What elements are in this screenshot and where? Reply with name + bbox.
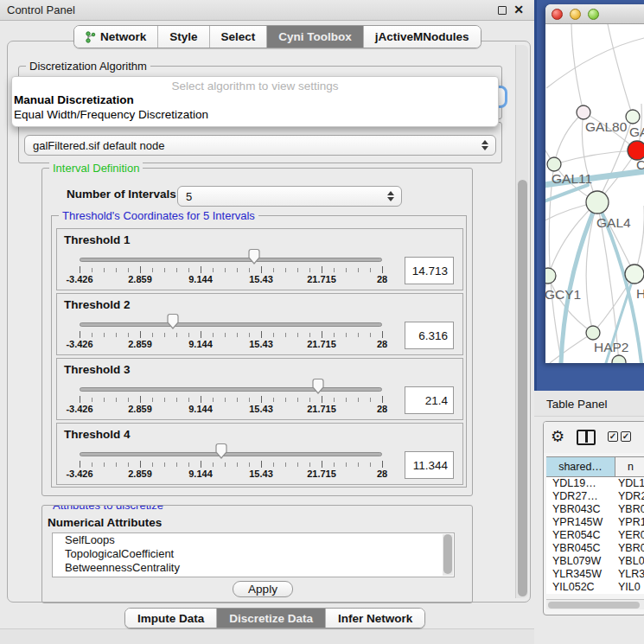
tick-mark [261,461,262,468]
tab-label: Network [100,30,146,43]
table-row[interactable]: YIL052CYIL0 [546,581,644,594]
table-row[interactable]: YER054CYER0 [546,529,644,542]
table-row[interactable]: YLR345WYLR3 [546,568,644,581]
table-row[interactable]: YDR27…YDR2 [546,490,644,503]
tab-jactivemnodules[interactable]: jActiveMNodules [364,26,481,48]
threshold-row: Threshold 1-3.4262.8599.14415.4321.71528 [56,228,463,290]
attribute-list-item[interactable]: TopologicalCoefficient [53,547,454,561]
table-row[interactable]: YBL079WYBL0 [546,555,644,568]
network-canvas[interactable]: GAL80GACGAL11GAL4GCY1HHAP2 [545,24,644,363]
tick-mark [225,268,226,272]
float-window-icon[interactable] [498,6,507,15]
table-row[interactable]: YPR145WYPR1 [546,516,644,529]
slider-thumb[interactable] [166,313,180,330]
network-node[interactable] [545,268,556,284]
tick-mark [334,268,335,272]
close-icon[interactable]: ✕ [513,3,524,16]
network-node[interactable] [586,326,600,340]
tick-mark [297,333,298,337]
network-node[interactable] [625,265,644,284]
tick-label: 21.715 [307,469,336,479]
apply-button[interactable]: Apply [233,581,293,597]
table-row[interactable]: YBR043CYBR0 [546,503,644,516]
table-cell: YPR1 [615,516,644,529]
attribute-list-item[interactable]: BetweennessCentrality [53,561,454,575]
tab-label: Select [221,30,256,43]
threshold-value-field[interactable] [405,386,454,414]
split-columns-icon[interactable] [577,430,596,445]
table-panel-window: ⚙ ✓ ✓ shared…n YDL19…YDL1YDR27…YDR2YBR04… [543,421,644,615]
threshold-slider[interactable]: -3.4262.8599.14415.4321.71528 [57,309,394,353]
zoom-traffic-light-icon[interactable] [588,9,599,20]
algorithm-option[interactable]: Manual Discretization [14,93,134,106]
network-node[interactable] [626,110,640,124]
slider-thumb[interactable] [214,443,228,460]
algorithm-dropdown-popup: Select algorithm to view settings Manual… [11,76,499,127]
right-region: GAL80GACGAL11GAL4GCY1HHAP2 Table Panel ⚙… [534,0,644,644]
network-node[interactable] [586,191,609,214]
table-cell: YBL0 [615,555,644,568]
minimize-traffic-light-icon[interactable] [570,9,581,20]
slider-track[interactable] [80,258,382,262]
tick-mark [382,396,383,403]
threshold-value-field[interactable] [405,451,454,479]
panel-title: Control Panel [7,3,75,16]
tick-mark [116,462,117,467]
tick-mark [237,462,238,467]
tick-mark [249,398,250,402]
checkbox-icon[interactable]: ✓ [621,431,631,442]
tick-label: 9.144 [188,274,213,284]
algorithm-option[interactable]: Equal Width/Frequency Discretization [14,108,208,121]
numerical-attributes-list[interactable]: SelfLoopsTopologicalCoefficientBetweenne… [52,532,455,577]
table-row[interactable]: YDL19…YDL1 [546,477,644,490]
slider-track[interactable] [80,452,382,456]
slider-track[interactable] [80,387,382,392]
tick-label: 28 [377,404,387,414]
tick-mark [225,333,226,337]
column-header[interactable]: n [615,457,644,476]
network-node[interactable] [547,157,561,171]
tick-mark [273,333,274,337]
attribute-list-item[interactable]: SelfLoops [53,533,454,547]
threshold-slider[interactable]: -3.4262.8599.14415.4321.71528 [57,439,394,482]
slider-thumb[interactable] [311,378,325,395]
tab-impute-data[interactable]: Impute Data [125,609,217,628]
tab-style[interactable]: Style [158,26,209,48]
tick-label: 15.43 [249,469,273,479]
node-label: GAL4 [596,215,631,230]
node-label: GAL11 [552,171,592,186]
tab-select[interactable]: Select [210,26,268,48]
table-data-select[interactable]: galFiltered.sif default node [24,135,496,156]
bottom-tab-bar: Impute DataDiscretize DataInfer Network [124,608,425,628]
network-node[interactable] [577,105,590,119]
number-of-intervals-select[interactable]: 5 [177,186,402,207]
network-node[interactable] [612,355,626,363]
close-traffic-light-icon[interactable] [552,9,563,20]
checkbox-icon[interactable]: ✓ [608,431,618,442]
tick-mark [370,333,371,337]
list-scrollbar[interactable] [443,534,453,576]
panel-scrollbar[interactable] [515,45,528,598]
tick-mark [80,396,80,403]
tab-discretize-data[interactable]: Discretize Data [217,609,326,628]
table-data-value: galFiltered.sif default node [33,139,164,152]
slider-thumb[interactable] [247,248,261,265]
tab-cyni-toolbox[interactable]: Cyni Toolbox [267,26,364,48]
column-header[interactable]: shared… [546,457,615,476]
gear-icon[interactable]: ⚙ [551,427,564,446]
tick-mark [225,398,226,402]
tab-network[interactable]: Network [74,26,158,48]
threshold-slider[interactable]: -3.4262.8599.14415.4321.71528 [57,374,394,418]
table-cell: YBL079W [546,555,615,568]
table-horizontal-scrollbar[interactable] [546,599,644,609]
threshold-value-field[interactable] [405,322,454,349]
tick-mark [164,333,165,337]
slider-track[interactable] [80,322,382,327]
threshold-value-field[interactable] [405,257,454,284]
table-row[interactable]: YBR045CYBR0 [546,542,644,555]
tick-mark [213,462,214,467]
table-toolbar: ⚙ ✓ ✓ [544,422,644,453]
tab-infer-network[interactable]: Infer Network [326,609,424,628]
threshold-slider[interactable]: -3.4262.8599.14415.4321.71528 [57,245,394,288]
network-edge [571,24,583,112]
